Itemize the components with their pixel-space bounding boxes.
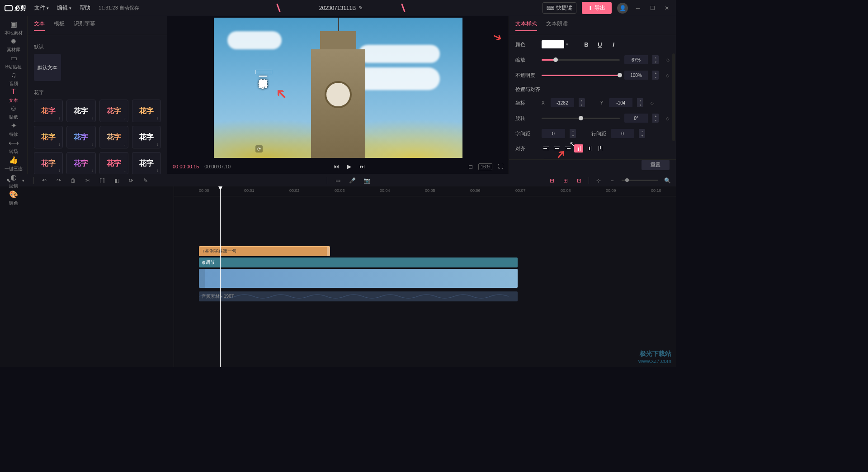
align-vertical-center-button[interactable] bbox=[585, 144, 594, 153]
user-avatar[interactable]: 👤 bbox=[617, 3, 628, 14]
align-center-button[interactable] bbox=[552, 144, 561, 153]
x-input[interactable] bbox=[551, 98, 574, 107]
shortcut-button[interactable]: ⌨ 快捷键 bbox=[542, 2, 576, 14]
y-spinner[interactable]: ▴▾ bbox=[637, 98, 643, 107]
props-scrollbar[interactable] bbox=[672, 53, 675, 141]
tab-text-tts[interactable]: 文本朗读 bbox=[546, 20, 568, 31]
video-clip[interactable] bbox=[199, 269, 518, 288]
zoom-fit-button[interactable]: ⊹ bbox=[594, 177, 603, 184]
export-button[interactable]: ⬆ 导出 bbox=[582, 2, 612, 14]
opacity-slider[interactable] bbox=[542, 75, 620, 76]
audio-clip[interactable]: 音频素材 - 1967 bbox=[199, 291, 518, 301]
align-vertical-top-button[interactable] bbox=[574, 144, 583, 153]
prev-frame-button[interactable]: ⏮ bbox=[334, 163, 339, 170]
huazi-preset[interactable]: 花字↓ bbox=[132, 100, 161, 122]
huazi-preset[interactable]: 花字↓ bbox=[34, 100, 63, 122]
sidebar-item-local[interactable]: ▣本地素材 bbox=[2, 20, 25, 36]
clip-resize-handle[interactable] bbox=[327, 247, 330, 256]
adjust-clip[interactable]: ⚙ 调节 bbox=[199, 257, 518, 267]
scale-slider[interactable] bbox=[542, 59, 620, 61]
timeline-ruler[interactable]: 00:0000:0100:0200:0300:0400:0500:0600:07… bbox=[174, 186, 676, 196]
huazi-preset[interactable]: 花字↓ bbox=[132, 126, 161, 148]
italic-button[interactable]: I bbox=[609, 40, 618, 49]
chevron-down-icon[interactable]: ▾ bbox=[566, 42, 568, 47]
aspect-ratio-selector[interactable]: 16:9 bbox=[478, 163, 492, 170]
zoom-out-button[interactable]: − bbox=[608, 177, 616, 184]
menu-file[interactable]: 文件▾ bbox=[34, 4, 49, 12]
redo-button[interactable]: ↷ bbox=[55, 177, 63, 184]
zoom-slider[interactable] bbox=[622, 180, 658, 181]
next-frame-button[interactable]: ⏭ bbox=[359, 163, 365, 170]
edit-icon[interactable]: ✎ bbox=[359, 5, 363, 11]
keyframe-icon[interactable]: ◇ bbox=[666, 73, 670, 78]
sidebar-item-transition[interactable]: ⟷转场 bbox=[2, 138, 25, 155]
sidebar-item-audio[interactable]: ♫音频 bbox=[2, 71, 25, 87]
rotate-input[interactable] bbox=[624, 114, 648, 123]
underline-button[interactable]: U bbox=[595, 40, 604, 49]
sidebar-item-text[interactable]: T文本 bbox=[2, 88, 25, 104]
link-button[interactable]: ⊞ bbox=[561, 177, 570, 184]
line-spacing-spinner[interactable]: ▴▾ bbox=[639, 129, 645, 138]
opacity-spinner[interactable]: ▴▾ bbox=[652, 71, 659, 80]
menu-help[interactable]: 帮助 bbox=[80, 4, 90, 12]
huazi-preset[interactable]: 花字↓ bbox=[99, 152, 128, 174]
x-spinner[interactable]: ▴▾ bbox=[579, 98, 585, 107]
text-clip[interactable]: T 举例字幕第一句 bbox=[199, 246, 330, 256]
huazi-preset[interactable]: 花字↓ bbox=[99, 126, 128, 148]
scale-input[interactable] bbox=[624, 55, 648, 64]
sidebar-item-bilibili[interactable]: ▭B站热梗 bbox=[2, 54, 25, 70]
undo-button[interactable]: ↶ bbox=[40, 177, 48, 184]
project-title[interactable]: 20230713111B ✎ bbox=[319, 5, 363, 11]
crop-button[interactable]: ⟦⟧ bbox=[98, 177, 106, 184]
mic-button[interactable]: 🎤 bbox=[348, 177, 356, 184]
preview-viewport[interactable]: 举例字幕第一句 ⟳ ➔ bbox=[167, 16, 509, 159]
snap-button[interactable]: ⊟ bbox=[548, 177, 556, 184]
zoom-in-button[interactable]: 🔍 bbox=[663, 177, 671, 184]
minimize-button[interactable]: ─ bbox=[633, 5, 642, 11]
close-button[interactable]: ✕ bbox=[662, 5, 671, 11]
sidebar-item-sanlian[interactable]: 👍一键三连 bbox=[2, 156, 25, 172]
huazi-preset[interactable]: 花字↓ bbox=[34, 126, 63, 148]
rotate-handle-icon[interactable]: ⟳ bbox=[255, 145, 263, 153]
tab-text[interactable]: 文本 bbox=[34, 20, 45, 31]
scale-spinner[interactable]: ▴▾ bbox=[652, 55, 659, 64]
text-overlay[interactable]: 举例字幕第一句 bbox=[255, 70, 272, 74]
timeline-main[interactable]: 00:0000:0100:0200:0300:0400:0500:0600:07… bbox=[174, 186, 676, 367]
auto-subtitle-button[interactable]: ▭ bbox=[334, 177, 342, 184]
crop-icon[interactable]: ◻ bbox=[468, 163, 473, 170]
letter-spacing-spinner[interactable]: ▴▾ bbox=[570, 129, 576, 138]
tab-template[interactable]: 模板 bbox=[54, 20, 65, 31]
line-spacing-input[interactable] bbox=[611, 129, 634, 138]
keyframe-icon[interactable]: ◇ bbox=[666, 57, 670, 62]
y-input[interactable] bbox=[609, 98, 632, 107]
reset-button[interactable]: 重置 bbox=[642, 160, 670, 170]
play-button[interactable]: ▶ bbox=[347, 163, 351, 170]
chevron-down-icon[interactable]: ▾ bbox=[19, 178, 27, 183]
keyframe-icon[interactable]: ◇ bbox=[666, 116, 670, 121]
keyframe-icon[interactable]: ◇ bbox=[651, 100, 654, 105]
rotate-spinner[interactable]: ▴▾ bbox=[652, 114, 659, 123]
menu-edit[interactable]: 编辑▾ bbox=[57, 4, 71, 12]
opacity-input[interactable] bbox=[624, 71, 648, 80]
huazi-preset[interactable]: 花字↓ bbox=[66, 100, 95, 122]
maximize-button[interactable]: ☐ bbox=[648, 5, 657, 11]
color-picker[interactable] bbox=[542, 40, 564, 48]
huazi-preset[interactable]: 花字↓ bbox=[66, 152, 95, 174]
sidebar-item-sticker[interactable]: ☺贴纸 bbox=[2, 105, 25, 120]
select-tool-button[interactable]: ⬉ bbox=[5, 177, 13, 184]
align-right-button[interactable] bbox=[563, 144, 572, 153]
rotate-slider[interactable] bbox=[542, 118, 620, 119]
fullscreen-icon[interactable]: ⛶ bbox=[498, 163, 503, 170]
tab-text-style[interactable]: 文本样式 bbox=[515, 20, 537, 31]
magnet-button[interactable]: ⊡ bbox=[575, 177, 583, 184]
adjust-button[interactable]: ✎ bbox=[142, 177, 150, 184]
tab-subtitle[interactable]: 识别字幕 bbox=[74, 20, 95, 31]
default-text-preset[interactable]: 默认文本 bbox=[34, 54, 61, 81]
sidebar-item-library[interactable]: ☻素材库 bbox=[2, 37, 25, 53]
huazi-preset[interactable]: 花字↓ bbox=[34, 152, 63, 174]
mirror-button[interactable]: ◧ bbox=[113, 177, 121, 184]
split-button[interactable]: ✂ bbox=[84, 177, 92, 184]
rotate-button[interactable]: ⟳ bbox=[127, 177, 135, 184]
playhead[interactable] bbox=[220, 186, 221, 367]
delete-button[interactable]: 🗑 bbox=[69, 177, 77, 184]
